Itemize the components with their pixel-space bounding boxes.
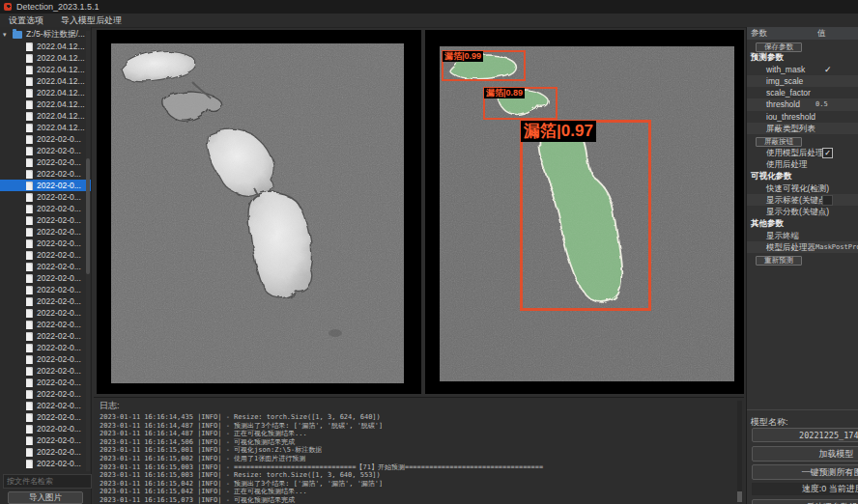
- tree-file-row[interactable]: 2022.04.12...: [0, 110, 91, 122]
- tree-file-row[interactable]: 2022-02-0...: [0, 400, 91, 411]
- tree-file-row[interactable]: 2022-02-0...: [0, 377, 91, 388]
- image-viewport-original[interactable]: [97, 30, 421, 394]
- param-row[interactable]: with_mask✓: [747, 64, 858, 75]
- tree-file-row[interactable]: 2022-02-0...: [0, 156, 91, 168]
- file-icon: [26, 402, 33, 410]
- tree-file-label: 2022-02-0...: [37, 250, 81, 260]
- log-line: 2023-01-11 16:16:15,003 |INFO| - Resize:…: [100, 471, 744, 480]
- file-tree[interactable]: ▾ Z:/5-标注数据/... 2022.04.12...2022.04.12.…: [0, 29, 91, 473]
- param-label: iou_threshold: [766, 112, 815, 122]
- tree-file-row[interactable]: 2022-02-0...: [0, 191, 91, 203]
- tree-file-row[interactable]: 2022-02-0...: [0, 261, 91, 272]
- postprocess-settings-button[interactable]: 后处理参数设置: [752, 499, 858, 504]
- tree-file-row[interactable]: 2022-02-0...: [0, 284, 91, 295]
- param-row[interactable]: 显示标签(关键点): [747, 194, 858, 206]
- log-scrollbar-handle[interactable]: [737, 491, 742, 502]
- param-row[interactable]: img_scale: [747, 75, 858, 87]
- tree-file-label: 2022-02-0...: [37, 296, 81, 306]
- file-icon: [26, 263, 33, 271]
- tree-file-row[interactable]: 2022.04.12...: [0, 41, 91, 52]
- chevron-down-icon[interactable]: ▾: [3, 31, 11, 39]
- tree-file-label: 2022-02-0...: [37, 273, 81, 283]
- param-label: 快速可视化(检测): [766, 183, 829, 193]
- tree-file-row[interactable]: 2022-02-0...: [0, 249, 91, 261]
- checkbox[interactable]: [822, 195, 833, 206]
- tree-file-row[interactable]: 2022-02-0...: [0, 342, 91, 353]
- tree-file-row[interactable]: 2022-02-0...: [0, 203, 91, 214]
- load-model-button[interactable]: 加载模型: [752, 446, 858, 462]
- tree-file-label: 2022-02-0...: [37, 169, 81, 179]
- menu-item-1[interactable]: 导入模型后处理: [52, 14, 130, 27]
- file-icon: [26, 158, 33, 167]
- sidebar-scrollbar[interactable]: [86, 31, 90, 471]
- tree-root-row[interactable]: ▾ Z:/5-标注数据/...: [0, 29, 91, 41]
- param-section-row: 其他参数: [747, 217, 858, 229]
- param-row[interactable]: 使用后处理: [747, 158, 858, 170]
- param-label: 可视化参数: [751, 171, 792, 181]
- tree-file-row[interactable]: 2022-02-0...: [0, 307, 91, 319]
- tree-file-row[interactable]: 2022.04.12...: [0, 98, 91, 110]
- log-line: 2023-01-11 16:16:15,003 |INFO| - =======…: [100, 463, 744, 472]
- tree-file-row[interactable]: 2022-02-0...: [0, 446, 91, 458]
- import-images-button[interactable]: 导入图片: [8, 491, 83, 504]
- param-row[interactable]: 模型后处理器MaskPostPro: [747, 241, 858, 253]
- detection-box: [520, 120, 651, 311]
- search-input[interactable]: [3, 474, 92, 489]
- param-row[interactable]: iou_threshold: [747, 111, 858, 123]
- param-row[interactable]: 屏蔽类型列表: [747, 123, 858, 134]
- tree-file-row[interactable]: 2022.04.12...: [0, 122, 91, 133]
- param-row[interactable]: scale_factor: [747, 87, 858, 98]
- tree-file-row[interactable]: 2022-02-0...: [0, 353, 91, 365]
- tree-file-row[interactable]: 2022.04.12...: [0, 87, 91, 98]
- tree-file-label: 2022-02-0...: [37, 424, 81, 434]
- tree-file-label: 2022-02-0...: [37, 366, 81, 376]
- tree-file-row[interactable]: 2022-02-0...: [0, 388, 91, 400]
- model-name-value[interactable]: 20221225_174813: [752, 428, 858, 442]
- tree-file-row[interactable]: 2022-02-0...: [0, 226, 91, 238]
- file-icon: [26, 251, 33, 260]
- file-icon: [26, 170, 33, 179]
- tree-file-row[interactable]: 2022-02-0...: [0, 330, 91, 342]
- file-icon: [26, 182, 33, 190]
- tree-file-row[interactable]: 2022-02-0...: [0, 423, 91, 434]
- tree-file-row[interactable]: 2022-02-0...: [0, 365, 91, 377]
- tree-file-label: 2022-02-0...: [37, 262, 81, 271]
- menu-item-0[interactable]: 设置选项: [0, 14, 52, 27]
- sidebar-scrollbar-handle[interactable]: [86, 158, 90, 274]
- predict-all-button[interactable]: 一键预测所有图片: [752, 464, 858, 480]
- param-row[interactable]: 显示分数(关键点): [747, 206, 858, 217]
- tree-file-row[interactable]: 2022-02-0...: [0, 272, 91, 284]
- tree-file-row[interactable]: 2022-02-0...: [0, 411, 91, 423]
- tree-file-row[interactable]: 2022-02-0...: [0, 238, 91, 249]
- tree-file-row[interactable]: 2022-02-0...: [0, 458, 91, 469]
- tree-file-row[interactable]: 2022.04.12...: [0, 52, 91, 64]
- param-button[interactable]: 重新预测: [756, 256, 802, 266]
- checkbox[interactable]: ✓: [822, 148, 833, 158]
- tree-file-label: 2022-02-0...: [37, 238, 81, 248]
- tree-file-row[interactable]: 2022-02-0...: [0, 168, 91, 180]
- image-viewport-prediction[interactable]: 漏箔|0.99 漏箔|0.89 漏箔|0.97: [425, 30, 744, 394]
- log-lines[interactable]: 2023-01-11 16:16:14,435 |INFO| - Resize:…: [100, 413, 744, 504]
- tree-file-label: 2022.04.12...: [37, 76, 85, 86]
- tree-file-row[interactable]: 2022-02-0...: [0, 295, 91, 307]
- tree-file-row[interactable]: 2022-02-0...: [0, 133, 91, 145]
- tree-file-row[interactable]: 2022-02-0...: [0, 145, 91, 156]
- log-scrollbar[interactable]: [737, 401, 742, 502]
- param-row[interactable]: threshold0.5: [747, 98, 858, 110]
- tree-file-row[interactable]: 2022.04.12...: [0, 64, 91, 75]
- file-icon: [26, 147, 33, 155]
- file-icon: [26, 286, 33, 294]
- tree-file-row[interactable]: 2022-02-0...: [0, 180, 91, 191]
- tree-file-row[interactable]: 2022-02-0...: [0, 434, 91, 446]
- file-sidebar: ▾ Z:/5-标注数据/... 2022.04.12...2022.04.12.…: [0, 27, 92, 504]
- param-row[interactable]: 快速可视化(检测): [747, 182, 858, 194]
- param-row[interactable]: 使用模型后处理✓: [747, 147, 858, 158]
- tree-file-row[interactable]: 2022-02-0...: [0, 319, 91, 330]
- param-label: 显示标签(关键点): [766, 195, 829, 205]
- tree-file-row[interactable]: 2022-02-0...: [0, 214, 91, 226]
- param-row[interactable]: 显示终端: [747, 230, 858, 241]
- tree-file-row[interactable]: 2022.04.12...: [0, 75, 91, 87]
- file-icon: [26, 344, 33, 352]
- tree-file-label: 2022-02-0...: [37, 192, 81, 202]
- tree-file-label: 2022-02-0...: [37, 157, 81, 167]
